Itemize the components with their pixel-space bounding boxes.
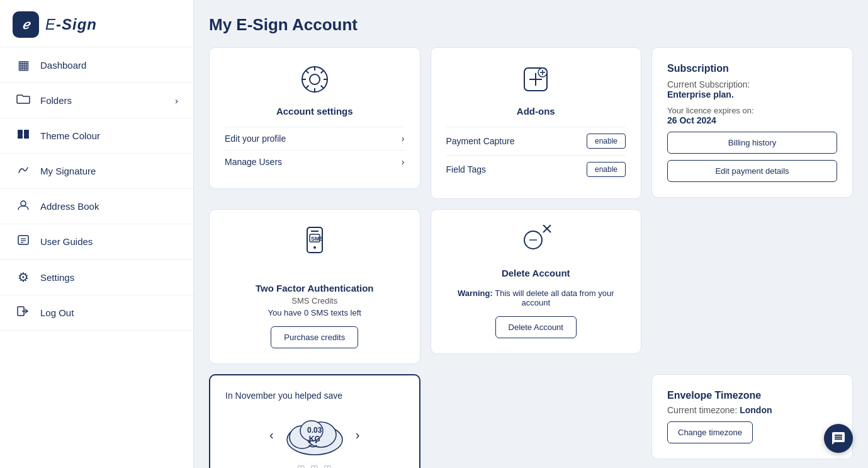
env-next-button[interactable]: › xyxy=(349,428,366,442)
delete-warning: Warning: This will delete all data from … xyxy=(446,288,626,307)
timezone-current: Current timezone: London xyxy=(667,405,837,415)
svg-rect-0 xyxy=(18,130,23,135)
content-grid: Account settings Edit your profile › Man… xyxy=(209,47,853,468)
payment-capture-label: Payment Capture xyxy=(446,136,515,146)
signature-icon xyxy=(15,164,31,178)
delete-warning-prefix: Warning: xyxy=(458,288,493,298)
sidebar-item-label: Address Book xyxy=(40,201,99,212)
sidebar-item-label: Log Out xyxy=(40,307,74,318)
delete-account-button[interactable]: Delete Account xyxy=(495,316,577,338)
delete-account-title: Delete Account xyxy=(502,268,570,278)
svg-point-21 xyxy=(313,246,316,249)
user-guides-icon xyxy=(15,234,31,249)
addons-icon xyxy=(519,63,552,102)
tfa-title: Two Factor Authentication xyxy=(225,283,405,294)
logo-area: ℯ E-Sign xyxy=(0,0,193,47)
payment-capture-row: Payment Capture enable xyxy=(446,127,626,155)
subscription-expires-label: Your licence expires on: xyxy=(667,106,837,115)
change-timezone-button[interactable]: Change timezone xyxy=(667,421,753,443)
addons-icon-area: Add-ons xyxy=(446,63,626,117)
timezone-card: Envelope Timezone Current timezone: Lond… xyxy=(651,374,853,459)
tfa-icon-area: SMS xyxy=(225,225,405,273)
billing-history-button[interactable]: Billing history xyxy=(667,132,837,154)
tfa-icon: SMS xyxy=(298,225,331,269)
delete-account-card: Delete Account Warning: This will delete… xyxy=(431,209,642,354)
sidebar-item-theme-colour[interactable]: Theme Colour xyxy=(0,118,193,154)
chevron-right-icon: › xyxy=(402,134,405,144)
field-tags-enable-button[interactable]: enable xyxy=(587,162,626,177)
svg-rect-2 xyxy=(18,135,23,139)
env-cloud-area: ‹ 0.03 KG xyxy=(225,409,404,460)
delete-account-icon xyxy=(518,225,553,264)
payment-capture-enable-button[interactable]: enable xyxy=(587,134,626,149)
edit-profile-menu-item[interactable]: Edit your profile › xyxy=(225,127,405,150)
svg-point-4 xyxy=(21,201,26,206)
svg-rect-3 xyxy=(24,135,29,139)
subscription-title: Subscription xyxy=(667,63,837,74)
manage-users-menu-item[interactable]: Manage Users › xyxy=(225,150,405,173)
sms-credits-text: You have 0 SMS texts left xyxy=(225,308,405,317)
page-title: My E-Sign Account xyxy=(209,15,853,35)
logo-icon: ℯ xyxy=(13,11,39,38)
timezone-current-label: Current timezone: xyxy=(667,405,737,415)
sms-label: SMS Credits xyxy=(225,296,405,305)
account-settings-icon xyxy=(298,63,331,102)
env-decorations: ♡♡♡ xyxy=(225,464,404,468)
two-factor-auth-card: SMS Two Factor Authentication SMS Credit… xyxy=(209,209,420,364)
env-prev-button[interactable]: ‹ xyxy=(263,428,280,442)
sidebar-item-my-signature[interactable]: My Signature xyxy=(0,154,193,189)
env-value: 0.03 KG xyxy=(307,426,322,444)
addons-card: Add-ons Payment Capture enable Field Tag… xyxy=(431,47,642,199)
sidebar-item-settings[interactable]: ⚙ Settings xyxy=(0,260,193,295)
sidebar-item-folders[interactable]: Folders › xyxy=(0,83,193,118)
folders-icon xyxy=(15,93,31,108)
sidebar-item-log-out[interactable]: Log Out xyxy=(0,295,193,331)
chevron-right-icon: › xyxy=(175,95,178,106)
chat-button[interactable] xyxy=(824,424,853,453)
cloud-shape: 0.03 KG xyxy=(280,409,349,460)
delete-warning-text: This will delete all data from your acco… xyxy=(493,288,614,307)
sidebar-item-address-book[interactable]: Address Book xyxy=(0,189,193,224)
logo-text: E-Sign xyxy=(45,16,97,33)
env-intro-text: In November you helped save xyxy=(225,391,404,401)
account-settings-card: Account settings Edit your profile › Man… xyxy=(209,47,420,189)
sidebar-item-label: Folders xyxy=(40,95,72,106)
field-tags-label: Field Tags xyxy=(446,164,487,174)
sidebar-item-label: My Signature xyxy=(40,166,96,176)
subscription-expires-date: 26 Oct 2024 xyxy=(667,115,837,125)
edit-payment-button[interactable]: Edit payment details xyxy=(667,160,837,182)
dashboard-icon: ▦ xyxy=(15,57,31,72)
subscription-current-label: Current Subscription: xyxy=(667,79,837,89)
sidebar: ℯ E-Sign ▦ Dashboard Folders › Theme Col… xyxy=(0,0,194,468)
main-content: My E-Sign Account Account settings Edit … xyxy=(194,0,868,468)
log-out-icon xyxy=(15,305,31,320)
svg-rect-1 xyxy=(24,130,29,135)
svg-rect-5 xyxy=(18,236,28,244)
timezone-title: Envelope Timezone xyxy=(667,390,837,401)
svg-text:SMS: SMS xyxy=(311,236,324,242)
timezone-value: London xyxy=(740,405,772,415)
subscription-card: Subscription Current Subscription: Enter… xyxy=(651,47,853,198)
sidebar-item-user-guides[interactable]: User Guides xyxy=(0,224,193,260)
settings-icon: ⚙ xyxy=(15,270,31,285)
addons-title: Add-ons xyxy=(517,106,555,117)
purchase-credits-button[interactable]: Purchase credits xyxy=(271,326,358,348)
account-settings-icon-area: Account settings xyxy=(225,63,405,117)
sidebar-item-label: User Guides xyxy=(40,236,93,247)
account-settings-title: Account settings xyxy=(276,106,353,117)
sidebar-item-label: Dashboard xyxy=(40,60,86,71)
manage-users-label: Manage Users xyxy=(225,157,282,167)
address-book-icon xyxy=(15,199,31,214)
field-tags-row: Field Tags enable xyxy=(446,155,626,183)
sidebar-item-dashboard[interactable]: ▦ Dashboard xyxy=(0,47,193,83)
delete-account-icon-area: Delete Account xyxy=(446,225,626,278)
environmental-card: In November you helped save ‹ xyxy=(209,374,420,468)
subscription-plan: Enterprise plan. xyxy=(667,89,837,100)
theme-colour-icon xyxy=(15,128,31,143)
chevron-right-icon: › xyxy=(402,157,405,167)
sidebar-item-label: Settings xyxy=(40,272,74,283)
edit-profile-label: Edit your profile xyxy=(225,134,286,144)
sidebar-item-label: Theme Colour xyxy=(40,130,100,141)
svg-point-12 xyxy=(310,74,320,84)
